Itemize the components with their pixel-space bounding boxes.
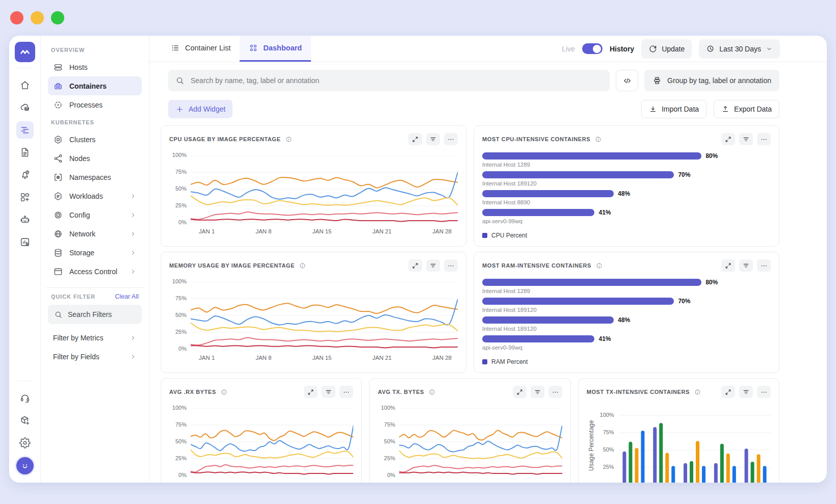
update-label: Update [662,45,685,53]
widget-title: CPU USAGE BY IMAGE PERCENTAGE [169,136,281,142]
rail-containers-button[interactable] [16,121,34,139]
sidebar-item-namespaces[interactable]: Namespaces [48,168,142,187]
sidebar-item-hosts[interactable]: Hosts [48,58,142,76]
zoom-window-button[interactable] [51,11,64,24]
more-options-button[interactable] [757,386,771,398]
more-options-button[interactable] [757,259,771,272]
info-icon[interactable] [299,262,306,270]
time-range-label: Last 30 Days [719,45,761,53]
filter-by-metrics-item[interactable]: Filter by Metrics [48,328,142,347]
sidebar-item-processes[interactable]: Processes [48,95,142,114]
icon-rail [9,36,41,483]
filter-lines-icon [429,262,437,270]
filter-widget-button[interactable] [739,133,753,145]
info-icon[interactable] [595,262,603,270]
sidebar-item-label: Clusters [69,136,95,144]
expand-widget-button[interactable] [721,259,735,272]
group-by-button[interactable]: Group by tag, label or annotation [644,70,779,91]
expand-widget-button[interactable] [721,133,735,145]
sidebar-item-containers[interactable]: Containers [48,76,142,95]
more-options-button[interactable] [444,259,458,272]
rail-settings-button[interactable] [16,434,34,452]
workloads-icon [53,191,63,201]
bar [482,209,594,216]
filter-search-box[interactable] [48,305,142,324]
main-search-input[interactable] [191,76,603,85]
rail-widgets-button[interactable] [16,189,34,206]
minimize-window-button[interactable] [31,11,44,24]
more-options-button[interactable] [444,133,458,145]
rail-alerts-button[interactable] [16,166,34,183]
network-globe-icon [53,229,63,239]
time-range-selector[interactable]: Last 30 Days [699,39,780,59]
expand-widget-button[interactable] [304,386,318,398]
rail-assistant-button[interactable] [16,211,34,228]
expand-widget-button[interactable] [408,259,422,272]
filter-widget-button[interactable] [426,133,440,145]
chart-user-icon [19,236,31,248]
headset-icon [19,392,31,404]
rail-nodes-button[interactable] [16,99,34,116]
info-icon[interactable] [285,136,293,143]
bar-label: Internal Host 1289 [482,288,771,294]
update-button[interactable]: Update [641,39,692,59]
tab-container-list[interactable]: Container List [162,36,240,62]
user-avatar[interactable] [16,457,34,474]
rail-home-button[interactable] [16,76,34,94]
filter-lines-icon [534,388,541,396]
filter-by-fields-item[interactable]: Filter by Fields [48,347,142,366]
rail-support-button[interactable] [16,389,34,407]
filter-widget-button[interactable] [426,259,440,272]
add-widget-button[interactable]: Add Widget [168,100,232,118]
import-data-button[interactable]: Import Data [641,100,707,118]
filter-widget-button[interactable] [531,386,544,398]
x-axis-tick: JAN 28 [432,355,452,361]
ellipsis-icon [343,388,350,396]
expand-widget-button[interactable] [721,386,735,398]
filter-lines-icon [429,136,437,143]
rail-documents-button[interactable] [16,144,34,161]
app-logo[interactable] [15,42,35,62]
bar-value: 80% [706,279,718,286]
widget-avg-tx: AVG TX. BYTES 0%25%50%75%100% [369,378,570,483]
more-options-button[interactable] [757,133,771,145]
expand-widget-button[interactable] [513,386,527,398]
live-history-toggle[interactable] [582,43,603,54]
info-icon[interactable] [428,388,436,396]
sidebar-item-config[interactable]: Config [48,205,142,224]
y-axis-tick: 25% [175,329,187,335]
sidebar-item-nodes[interactable]: Nodes [48,149,142,168]
sidebar-item-network[interactable]: Network [48,224,142,243]
sidebar-item-clusters[interactable]: Clusters [48,130,142,149]
sidebar-item-workloads[interactable]: Workloads [48,187,142,205]
search-icon [175,76,185,85]
expand-widget-button[interactable] [408,133,422,145]
close-window-button[interactable] [10,11,23,24]
filter-widget-button[interactable] [739,386,753,398]
sidebar-item-access-control[interactable]: Access Control [48,262,142,281]
clear-all-link[interactable]: Clear All [115,293,139,300]
expand-icon [724,136,732,143]
more-options-button[interactable] [339,386,353,398]
expand-icon [724,262,732,270]
cloud-nodes-icon [19,102,31,113]
code-query-button[interactable] [616,70,638,91]
widget-ram-intensive: MOST RAM-INTENSIVE CONTAINERS 80%Interna… [474,252,779,373]
y-axis-tick: 100% [381,405,395,411]
info-icon[interactable] [694,388,701,396]
rail-analytics-button[interactable] [16,233,34,251]
y-axis-title: Usage Percentage [588,407,595,483]
info-icon[interactable] [594,136,602,143]
tab-dashboard[interactable]: Dashboard [240,36,311,62]
more-options-button[interactable] [548,386,562,398]
export-data-button[interactable]: Export Data [714,100,779,118]
filter-widget-button[interactable] [739,259,753,272]
filter-widget-button[interactable] [322,386,335,398]
sidebar-item-storage[interactable]: Storage [48,243,142,262]
filter-search-input[interactable] [68,310,136,319]
y-axis-tick: 25% [603,464,614,470]
processes-icon [53,100,63,110]
rail-integrations-button[interactable] [16,412,34,429]
main-search-box[interactable] [168,70,610,91]
info-icon[interactable] [220,388,228,396]
